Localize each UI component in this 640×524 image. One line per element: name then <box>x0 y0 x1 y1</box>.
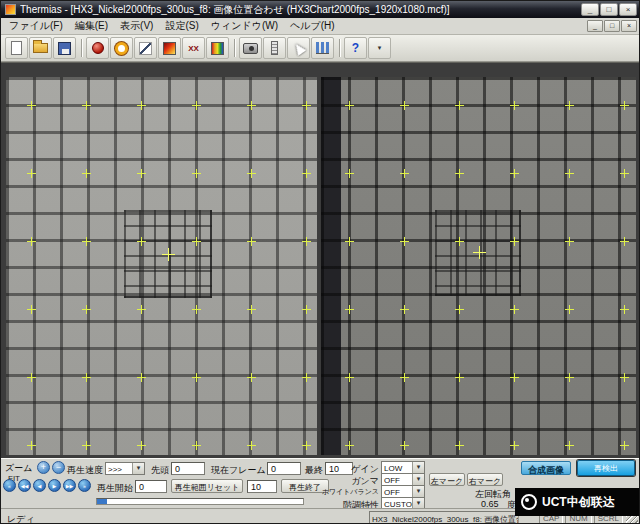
help-button[interactable]: ? <box>344 37 367 59</box>
toolbar-separator <box>81 39 82 57</box>
minimize-button[interactable]: _ <box>581 3 599 16</box>
status-ready: レディ <box>7 513 35 524</box>
status-document: HX3_Nickel2000fps_300us_f8: 画像位置合わせ <box>369 511 519 524</box>
play-start-field[interactable]: 0 <box>135 480 167 493</box>
target-icon <box>115 42 128 55</box>
palette-icon <box>211 42 224 55</box>
menu-help[interactable]: ヘルプ(H) <box>284 17 341 35</box>
toolbar-more-button[interactable]: ▾ <box>368 37 391 59</box>
play-range-reset-button[interactable]: 再生範囲リセット <box>171 479 243 493</box>
redetect-button[interactable]: 再検出 <box>577 460 635 476</box>
window-title: Thermias - [HX3_Nickel2000fps_300us_f8: … <box>20 3 580 17</box>
camera-icon <box>243 43 258 54</box>
watermark-text: UCT中创联达 <box>542 494 615 511</box>
white-balance-label: ホワイトバランス <box>319 487 379 497</box>
record-button[interactable] <box>86 37 109 59</box>
image-viewport <box>1 62 639 458</box>
uct-logo-icon <box>521 494 537 510</box>
fast-reverse-button[interactable]: ◀◀ <box>18 479 31 492</box>
zoom-in-button[interactable]: + <box>37 461 50 474</box>
cursor-button[interactable] <box>287 37 310 59</box>
child-close-button[interactable]: × <box>621 20 637 32</box>
new-file-button[interactable] <box>5 37 28 59</box>
double-x-icon: XX <box>188 44 199 53</box>
left-mark-button[interactable]: 左マーク <box>429 473 465 486</box>
child-window-controls: _ □ × <box>587 20 637 32</box>
target-button[interactable] <box>110 37 133 59</box>
menu-view[interactable]: 表示(V) <box>114 17 159 35</box>
watermark-overlay: UCT中创联达 <box>515 488 640 516</box>
current-frame-label: 現在フレーム <box>211 464 266 477</box>
toolbar-buttons: XX?▾ <box>5 37 392 59</box>
play-start-label: 再生開始 <box>97 482 133 495</box>
thermal-view-button[interactable] <box>158 37 181 59</box>
zoom-out-button[interactable]: − <box>52 461 65 474</box>
record-icon <box>92 42 104 54</box>
close-button[interactable]: × <box>619 3 637 16</box>
play-range-field[interactable]: 10 <box>247 480 277 493</box>
left-image[interactable] <box>6 77 317 455</box>
pencil-icon <box>139 42 152 55</box>
ruler-icon <box>271 41 278 55</box>
menubar: ファイル(F)編集(E)表示(V)設定(S)ウィンドウ(W)ヘルプ(H) _ □… <box>1 18 639 35</box>
help-icon: ? <box>352 41 359 55</box>
fast-forward-button[interactable]: ▶▶ <box>63 479 76 492</box>
right-mark-button[interactable]: 右マーク <box>467 473 503 486</box>
skip-end-button[interactable]: » <box>78 479 91 492</box>
cursor-icon <box>291 41 306 56</box>
toolbar-separator <box>339 39 340 57</box>
playback-buttons: «◀◀◀▶▶▶» <box>3 479 93 492</box>
play-speed-select[interactable]: >>> <box>105 462 145 475</box>
current-frame-field[interactable]: 0 <box>267 462 301 475</box>
open-file-button[interactable] <box>29 37 52 59</box>
seek-bar[interactable] <box>96 498 304 505</box>
app-window: Thermias - [HX3_Nickel2000fps_300us_f8: … <box>0 0 640 524</box>
menu-settings[interactable]: 設定(S) <box>159 17 204 35</box>
left-center-subgrid <box>124 210 212 298</box>
skip-start-button[interactable]: « <box>3 479 16 492</box>
menubar-items: ファイル(F)編集(E)表示(V)設定(S)ウィンドウ(W)ヘルプ(H) <box>3 17 587 35</box>
app-icon <box>5 4 16 15</box>
titlebar[interactable]: Thermias - [HX3_Nickel2000fps_300us_f8: … <box>1 1 639 18</box>
save-file-button[interactable] <box>53 37 76 59</box>
new-file-icon <box>11 41 22 55</box>
maximize-button[interactable]: □ <box>600 3 618 16</box>
open-folder-icon <box>33 43 48 53</box>
play-reverse-button[interactable]: ◀ <box>33 479 46 492</box>
histogram-button[interactable] <box>311 37 334 59</box>
marker-pair-button[interactable]: XX <box>182 37 205 59</box>
head-frame-field[interactable]: 0 <box>171 462 205 475</box>
play-button[interactable]: ▶ <box>48 479 61 492</box>
thermal-icon <box>163 42 176 55</box>
child-minimize-button[interactable]: _ <box>587 20 603 32</box>
save-icon <box>58 42 71 55</box>
child-restore-button[interactable]: □ <box>604 20 620 32</box>
camera-button[interactable] <box>239 37 262 59</box>
scale-button[interactable] <box>263 37 286 59</box>
menu-window[interactable]: ウィンドウ(W) <box>205 17 284 35</box>
right-center-subgrid <box>435 210 521 296</box>
toolbar: XX?▾ <box>1 35 639 62</box>
palette-button[interactable] <box>206 37 229 59</box>
right-image[interactable] <box>321 77 636 455</box>
menu-edit[interactable]: 編集(E) <box>69 17 114 35</box>
chevron-down-icon: ▾ <box>378 44 382 52</box>
composite-image-button[interactable]: 合成画像 <box>521 461 571 475</box>
draw-line-button[interactable] <box>134 37 157 59</box>
menu-file[interactable]: ファイル(F) <box>3 17 69 35</box>
histogram-icon <box>316 42 329 54</box>
seek-thumb[interactable] <box>97 499 107 504</box>
toolbar-separator <box>234 39 235 57</box>
play-speed-label: 再生速度 <box>67 464 103 477</box>
head-frame-label: 先頭 <box>151 464 169 477</box>
